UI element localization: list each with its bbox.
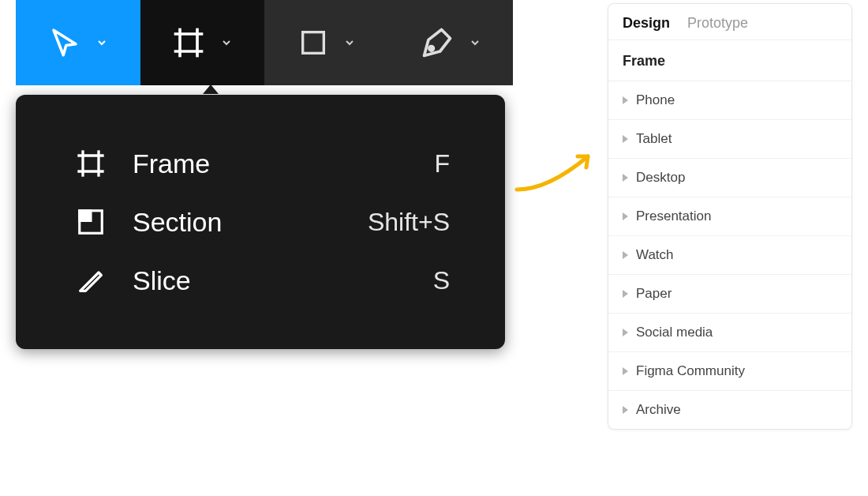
frame-icon bbox=[171, 25, 206, 60]
preset-watch[interactable]: Watch bbox=[608, 236, 851, 275]
move-tool[interactable] bbox=[16, 0, 140, 85]
frame-tool-dropdown: Frame F Section Shift+S Slice S bbox=[16, 95, 505, 349]
triangle-right-icon bbox=[623, 367, 628, 375]
preset-presentation[interactable]: Presentation bbox=[608, 197, 851, 236]
preset-paper[interactable]: Paper bbox=[608, 275, 851, 314]
frame-tool[interactable] bbox=[140, 0, 265, 85]
chevron-down-icon bbox=[95, 36, 108, 49]
dropdown-item-slice[interactable]: Slice S bbox=[71, 251, 450, 310]
panel-tabs: Design Prototype bbox=[608, 4, 851, 40]
panel-section-title: Frame bbox=[608, 40, 851, 81]
preset-label: Watch bbox=[636, 247, 674, 263]
preset-label: Social media bbox=[636, 325, 713, 340]
triangle-right-icon bbox=[623, 174, 628, 182]
preset-figma-community[interactable]: Figma Community bbox=[608, 352, 851, 391]
chevron-down-icon bbox=[469, 36, 481, 49]
triangle-right-icon bbox=[623, 406, 628, 414]
triangle-right-icon bbox=[623, 329, 628, 336]
triangle-right-icon bbox=[623, 290, 628, 298]
preset-label: Tablet bbox=[636, 131, 672, 147]
preset-archive[interactable]: Archive bbox=[608, 391, 851, 429]
preset-tablet[interactable]: Tablet bbox=[608, 120, 851, 159]
dropdown-item-label: Section bbox=[133, 207, 368, 238]
dropdown-pointer bbox=[203, 85, 219, 94]
toolbar bbox=[16, 0, 513, 85]
dropdown-item-frame[interactable]: Frame F bbox=[71, 134, 450, 193]
tab-prototype[interactable]: Prototype bbox=[687, 15, 748, 32]
pointer-arrow-icon bbox=[513, 142, 608, 197]
triangle-right-icon bbox=[623, 135, 628, 143]
svg-rect-4 bbox=[302, 32, 324, 54]
preset-label: Presentation bbox=[636, 209, 711, 224]
svg-rect-11 bbox=[80, 211, 91, 221]
shape-tool[interactable] bbox=[264, 0, 389, 85]
dropdown-item-shortcut: F bbox=[434, 149, 450, 178]
triangle-right-icon bbox=[623, 251, 628, 259]
design-panel: Design Prototype Frame Phone Tablet Desk… bbox=[608, 3, 852, 430]
preset-label: Phone bbox=[636, 92, 675, 108]
frame-icon bbox=[71, 148, 110, 179]
preset-desktop[interactable]: Desktop bbox=[608, 159, 851, 197]
rectangle-icon bbox=[297, 27, 329, 58]
slice-icon bbox=[71, 265, 110, 296]
chevron-down-icon bbox=[220, 36, 233, 49]
move-cursor-icon bbox=[48, 26, 81, 59]
dropdown-item-shortcut: Shift+S bbox=[368, 208, 450, 237]
toolbar-container: Frame F Section Shift+S Slice S bbox=[16, 0, 513, 349]
tab-design[interactable]: Design bbox=[623, 15, 670, 32]
triangle-right-icon bbox=[623, 96, 628, 104]
preset-social-media[interactable]: Social media bbox=[608, 314, 851, 352]
preset-label: Desktop bbox=[636, 170, 685, 186]
chevron-down-icon bbox=[343, 36, 356, 49]
dropdown-item-label: Slice bbox=[133, 265, 433, 296]
svg-point-5 bbox=[429, 47, 434, 51]
dropdown-item-label: Frame bbox=[133, 148, 434, 179]
preset-phone[interactable]: Phone bbox=[608, 81, 851, 120]
triangle-right-icon bbox=[623, 212, 628, 220]
pen-tool[interactable] bbox=[389, 0, 514, 85]
section-icon bbox=[71, 207, 110, 237]
preset-label: Archive bbox=[636, 402, 681, 418]
preset-label: Figma Community bbox=[636, 363, 745, 379]
pen-icon bbox=[420, 25, 455, 60]
dropdown-item-shortcut: S bbox=[433, 266, 450, 295]
dropdown-item-section[interactable]: Section Shift+S bbox=[71, 193, 450, 251]
preset-label: Paper bbox=[636, 286, 672, 302]
